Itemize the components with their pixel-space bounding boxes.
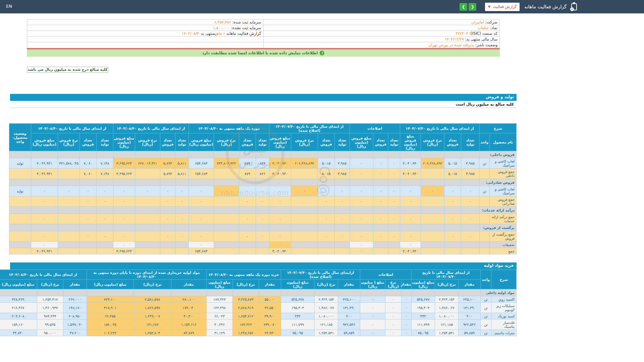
data-cell: ۳۱۷,۹۰۱ [87,303,133,313]
data-cell [291,169,318,179]
data-cell: ۴۳۲ [411,313,435,319]
data-cell [400,224,421,231]
data-cell [58,242,79,248]
data-cell: ۰ [318,231,334,242]
data-cell [0,289,37,296]
data-cell [388,179,400,186]
unit-cell [480,196,490,207]
row-label: جمع فروش صادراتی [490,196,517,207]
data-cell: ۰ [318,214,334,224]
data-cell [444,207,461,214]
data-cell: ۰ [58,186,79,196]
column-header: مبلغ (میلیون ریال) [87,280,133,289]
prev-report-button[interactable]: ❮ [460,3,467,11]
data-cell: ۱۹۵,۴۰۳ [281,303,314,313]
language-switch-en[interactable]: EN [6,4,12,9]
data-cell: ۰ [350,169,373,179]
data-cell [31,224,58,231]
next-report-button[interactable]: ❯ [469,3,476,11]
data-cell: ۱۷۷,۴۲۳ [206,296,232,303]
data-cell [87,289,133,296]
data-cell: ۷۲۳,۱۰۰ [87,296,133,303]
data-cell [135,214,160,224]
report-header-cluster: گزارش فعالیت ماهانه گزارش فعالیت ▼ ❮ ❯ [460,0,577,13]
signature-notice: i اطلاعات نمایش داده شده با اطلاعات امضا… [27,49,500,57]
row-label: فروش صادراتی: [480,179,517,186]
data-cell [135,248,160,254]
company-info-row: کد صنعت (ISIC): ۴۴۲۲۰۴گزارش فعالیت ماهان… [27,31,500,37]
data-cell [421,214,444,224]
data-cell: ۰ [388,196,400,207]
data-cell: ۱,۲۵۴,۵۳۱ [314,330,338,336]
data-cell: ۰ [334,186,350,196]
column-group-header: وضعیت محصول-واحد [9,124,31,151]
report-table: شرحواحداز ابتدای سال مالی تا تاریخ ۱۴۰۴/… [0,269,517,336]
status-cell [9,169,31,179]
data-cell [175,224,189,231]
data-cell: ۰ [400,196,421,207]
table-row: لعاب کاشي و سرامیکتن۰۰۰۰۰۰۰۰۰۰۰۰۰۰۰۰۰۰۰۰… [9,186,516,196]
column-header: تعداد تولید [388,133,400,151]
data-cell: ۱,۰۸۰,۰۰۰ [435,313,459,319]
report-pager: ❮ ❯ [460,3,476,11]
column-header: مبلغ فروش (میلیون ریال) [31,133,58,151]
data-cell [9,151,31,158]
data-cell: ۰ [385,313,401,319]
column-header: تعداد تولید [461,133,480,151]
data-cell: ۳,۰۴۶,۹۴۱ [31,169,58,179]
data-cell: ۳,۶۹۵,۶۲۳ [113,248,135,254]
data-cell: ۰ [189,196,214,207]
data-cell: ۰ [189,214,214,224]
data-cell: ۴۰۰ [459,313,481,319]
data-cell [96,224,113,231]
data-cell [171,289,206,296]
data-cell: ۰ [350,231,373,242]
data-cell: ۱۳۱,۴۹۰ [459,303,481,313]
data-cell: ۱,۰۸۰,۰۰۰ [314,313,338,319]
row-label: تخفیفات [490,242,517,248]
data-cell [9,179,31,186]
data-cell: ۸۷۹ [239,169,256,179]
data-cell: ۰ [96,214,113,224]
table-row: جمع فروش صادراتی۰۰۰۰۰۰۰۰۰۰۰۰۰۰۰۰۰۰ [9,196,516,207]
data-cell [388,242,400,248]
table-row: سیلیکات زیر کونیومتن۱۳۱,۴۹۰۱,۴۸۶,۰۶۷۱۹۵,… [0,303,517,313]
data-cell: ۹۲۲,۵۴۶ [459,319,481,330]
table-row: اکسید رويتن۲۲۵,۱۰۰۲,۴۲۴,۱۵۴۵۴۵,۶۷۷۰۰۰۲۲۵… [0,296,517,303]
data-cell: ۰ [360,330,385,336]
data-cell: ۰ [96,231,113,242]
data-cell [388,207,400,214]
data-cell [63,289,87,296]
table-row: فلدسپار پتاسیکتن۹۲۲,۵۴۶۱۲۱,۱۸۵۱۱۱,۷۹۹۰۰۰… [0,319,517,330]
data-cell [334,179,350,186]
data-cell [160,151,175,158]
data-cell [214,224,239,231]
data-cell: ۱۷۳,۴۲۲ [232,319,259,330]
column-group-header: از ابتدای سال مالی تا تاریخ ۱۴۰۳/۰۸/۳۰ [31,124,113,133]
status-cell [9,248,31,254]
data-cell: ۶۵۴,۶۸۳ [189,158,214,169]
data-cell [269,224,291,231]
data-cell [444,242,461,248]
data-cell: ۳,۰۴۰,۹۴۰ [269,248,291,254]
report-type-dropdown[interactable]: گزارش فعالیت ▼ [485,3,520,11]
data-cell: ۰ [385,296,401,303]
data-cell: ۵۴۵,۶۷۷ [411,296,435,303]
data-cell: ۰ [79,196,96,207]
row-label: نیترات پتاسیم [491,330,517,336]
column-header: مقدار [63,280,87,289]
data-cell: ۶۲۷,۰۱۴,۴۲۱ [135,158,160,169]
data-cell: ۰ [334,231,350,242]
info-cell: گزارش فعالیت ماهانه ۱ ماههمنتهی به۱۴۰۴/۰… [27,31,264,37]
column-header: تعداد تولید [334,133,350,151]
data-cell: ۰ [256,214,269,224]
data-cell: ۲۰۸,۹۵۰ [63,313,87,319]
data-cell: ۱,۵۹۹,۰۴۰ [63,319,87,330]
data-cell [133,289,171,296]
info-cell [27,37,264,42]
info-cell: وضعیت ناشر: پذیرفته شده در بورس تهران [263,42,500,48]
data-cell [79,151,96,158]
data-cell: ۰ [239,186,256,196]
row-label: جمع فروش داخلی [490,169,517,179]
data-cell [239,179,256,186]
